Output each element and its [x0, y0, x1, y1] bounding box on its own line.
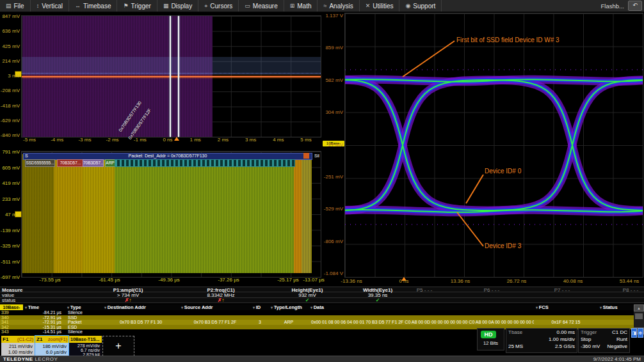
decode-table-row[interactable]: 339-84.21 µsSilence [0, 310, 634, 315]
descriptor-title: Z1 [36, 336, 42, 343]
eye-y-label: -1.084 V [322, 271, 343, 276]
corner-button-2[interactable]: ⊕ [638, 328, 643, 338]
trace-descriptor-10base-t1s[interactable]: 10Base-T1S... 278 mV/div6.7 ns/div2.879 … [69, 336, 102, 356]
decode-field-chip[interactable]: SSD5555555... [25, 159, 55, 167]
row-type: Silence [65, 310, 102, 315]
decode-column-header[interactable]: ▾ Destination Addr [102, 304, 179, 310]
decode-column-header[interactable]: ▾ ID [251, 304, 269, 310]
status-pass-icon: ✓ [305, 297, 310, 303]
timebase-summary-tile[interactable]: Tbase0.00 ms 1.00 ms/div 25 MS2.5 GS/s [506, 328, 577, 353]
trigger-summary-tile[interactable]: TriggerC1 DC StopRunt -360 mVNegative [578, 328, 630, 353]
row-id: 3 [251, 320, 269, 325]
display-icon: ▦ [163, 3, 169, 9]
decode-field-chip[interactable]: 70B3D57... [83, 159, 104, 167]
z1-x-label: -73.55 µs [36, 277, 64, 283]
decode-data-segment [115, 159, 295, 167]
f1-y-label: 214 mV [0, 58, 20, 64]
trigger-polarity: Negative [607, 343, 627, 349]
decode-field-band [115, 154, 294, 273]
decode-column-header[interactable]: ▾ Source Addr [179, 304, 251, 310]
trace-descriptor-f1[interactable]: F1(C1-C2) 211 mV/div1.00 ms/div [1, 336, 35, 356]
descriptor-scale: 186 mV/div [35, 343, 67, 349]
menu-item-trigger[interactable]: ⚑Trigger [117, 0, 157, 12]
menu-item-display[interactable]: ▦Display [157, 0, 198, 12]
timebase-scale: 1.00 ms/div [549, 336, 575, 342]
decode-field-band [83, 154, 115, 273]
decode-field-chip[interactable]: 70B3D57... [57, 159, 84, 167]
measure-param-name[interactable]: P8 - - - [586, 287, 644, 293]
decode-column-header[interactable]: ▾ Type/Length [269, 304, 309, 310]
annotation-arrow-3 [457, 212, 483, 246]
scrollbar-thumb[interactable] [635, 313, 643, 319]
measure-param-status: ✗↑ [83, 297, 173, 303]
corner-button-1[interactable]: ◨ [631, 328, 637, 338]
z1-x-label: -25.17 µs [274, 277, 302, 283]
z1-zoom-plot[interactable]: S Packet: Dest_Addr = 0x70B3D577F130 Sil… [21, 151, 321, 278]
column-header-label: Data [314, 304, 324, 310]
row-data [309, 310, 534, 315]
z1-x-label: -13.07 µs [300, 277, 328, 283]
status-pass-icon: ✓ [376, 297, 380, 303]
z1-y-label: 605 mV [0, 165, 20, 171]
row-data [309, 315, 534, 320]
row-type-length [269, 310, 309, 315]
menu-item-cursors[interactable]: ⌖Cursors [198, 0, 239, 12]
decode-cursor-1[interactable] [170, 16, 171, 137]
z1-x-label: -61.45 µs [95, 277, 124, 283]
f1-x-label: 5 ms [292, 137, 320, 143]
eye-diagram-traces [345, 13, 643, 277]
decode-column-header[interactable]: ▾ FCS [534, 304, 598, 310]
trigger-level: -360 mV [581, 343, 600, 349]
menu-item-vertical[interactable]: ↕Vertical [31, 0, 69, 12]
eye-x-label: -13.36 ns [337, 278, 366, 284]
decode-field-band [22, 154, 54, 273]
column-header-label: Time [28, 304, 39, 310]
menu-item-support[interactable]: ◉Support [399, 0, 442, 12]
row-index: 339 [0, 310, 23, 315]
menu-item-label: Utilities [373, 3, 393, 10]
decode-seg-end: Sil [314, 153, 319, 158]
row-source-addr [179, 315, 251, 320]
status-overrange-icon: ↑ [221, 297, 224, 303]
descriptor-timebase: 1.00 ms/div [1, 349, 33, 355]
decode-column-header[interactable]: ▾ Time [23, 304, 65, 310]
menu-item-label: Trigger [131, 3, 151, 10]
eye-y-label: 27 mV [322, 142, 343, 148]
z1-x-label: -37.26 µs [214, 277, 243, 283]
decode-esd-chip [303, 153, 309, 159]
trigger-label: Trigger [581, 329, 597, 335]
row-status [598, 310, 634, 315]
scroll-up-button[interactable]: ▲ [634, 304, 644, 311]
menu-item-math[interactable]: ⊞Math [284, 0, 318, 12]
decode-column-header[interactable]: ▾ Data [309, 304, 534, 310]
menu-item-utilities[interactable]: ✕Utilities [360, 0, 400, 12]
menu-item-analysis[interactable]: ≈Analysis [318, 0, 359, 12]
descriptor-timebase: 6.0 µs/div [35, 349, 67, 355]
eye-x-label: 0 ns [390, 278, 418, 284]
row-source-addr [179, 310, 251, 315]
trace-descriptor-z1[interactable]: Z1zoom(F1) 186 mV/div6.0 µs/div [35, 336, 68, 356]
row-dest-addr [102, 325, 179, 330]
decode-table-row[interactable]: 340-72.91 µsSSD [0, 315, 634, 320]
decode-protocol-tag[interactable]: 10Base-T1S [0, 304, 23, 310]
decode-table-row[interactable]: 341-72.91 µsPacket0x70 B3 D5 77 F1 300x7… [0, 320, 634, 325]
z1-y-label: -697 mV [0, 274, 20, 280]
row-time: -72.91 µs [23, 320, 65, 325]
eye-diagram-plot[interactable] [344, 13, 643, 278]
decode-column-header[interactable]: ▾ Type [65, 304, 102, 310]
hd-mode-tile[interactable]: HD 12 Bits [477, 328, 504, 350]
timebase-label: Tbase [508, 329, 522, 335]
add-trace-button[interactable]: + [102, 336, 134, 356]
menu-item-timebase[interactable]: ↔Timebase [69, 0, 118, 12]
decode-field-chip[interactable]: ARP [105, 159, 115, 167]
row-source-addr [179, 325, 251, 330]
decode-column-header[interactable]: ▾ Status [598, 304, 634, 310]
decode-table-header: 10Base-T1S▾ Time▾ Type▾ Destination Addr… [0, 304, 634, 310]
decode-cursor-2[interactable] [178, 16, 179, 137]
menu-item-measure[interactable]: ▭Measure [239, 0, 284, 12]
row-time: -72.91 µs [23, 315, 65, 320]
f1-waveform-plot[interactable]: 0x70B3D577F130 0x70B3D577F12F [21, 15, 321, 138]
undo-button[interactable]: ↶ [628, 1, 642, 11]
flashback-label[interactable]: Flashb... [601, 3, 624, 10]
menu-item-file[interactable]: ▤File [0, 0, 31, 12]
